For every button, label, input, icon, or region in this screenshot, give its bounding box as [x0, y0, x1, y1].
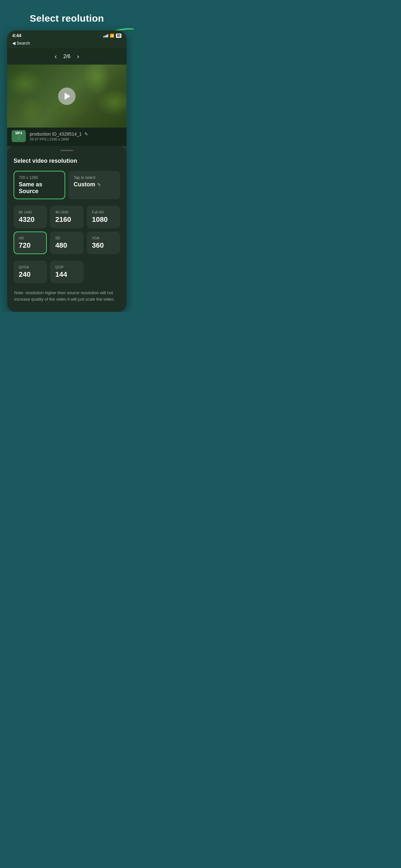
res-hd[interactable]: HD 720	[13, 231, 47, 254]
edit-icon[interactable]: ✎	[84, 131, 88, 136]
res-full-hd-label: Full HD	[92, 210, 115, 214]
video-thumbnail[interactable]	[7, 65, 127, 128]
res-qvga[interactable]: QVGA 240	[13, 260, 47, 283]
custom-value: Custom ✎	[73, 181, 115, 188]
res-vga-value: 360	[92, 241, 115, 250]
nav-left-arrow[interactable]: ‹	[52, 51, 59, 61]
bottom-two-row: QVGA 240 QCIF 144	[13, 260, 120, 283]
res-full-hd-value: 1080	[92, 215, 115, 224]
res-qcif-value: 144	[55, 270, 78, 279]
res-qcif[interactable]: QCIF 144	[50, 260, 83, 283]
res-full-hd[interactable]: Full HD 1080	[87, 206, 120, 228]
custom-pencil-icon: ✎	[97, 182, 101, 187]
back-button[interactable]: ◀ Search	[12, 41, 30, 45]
bottom-sheet: Select video resolution 720 x 1280 Same …	[7, 146, 127, 312]
status-time: 4:44	[12, 33, 21, 38]
video-header: ‹ 2/6 ›	[7, 48, 127, 65]
page-indicator: 2/6	[63, 54, 70, 59]
play-triangle-icon	[65, 93, 70, 100]
status-icons: 📶 80	[103, 34, 121, 38]
note-text: Note: resolution higher then source reso…	[13, 290, 120, 302]
res-vga-label: VGA	[92, 236, 115, 240]
resolution-grid: 8K UHD 4320 4K UHD 2160 Full HD 1080 HD …	[13, 206, 120, 254]
res-8k-value: 4320	[19, 215, 42, 224]
res-qcif-label: QCIF	[55, 265, 78, 269]
same-source-value: Same as Source	[19, 181, 60, 195]
res-vga[interactable]: VGA 360	[87, 231, 120, 254]
file-name: production ID_4328514_1 ✎	[30, 131, 88, 136]
file-info-bar: MP4 ↓ production ID_4328514_1 ✎ 29.97 FP…	[7, 128, 127, 146]
custom-label: Custom	[73, 181, 95, 188]
res-8k-label: 8K UHD	[19, 210, 42, 214]
resolution-top-row: 720 x 1280 Same as Source Tap to select …	[13, 171, 120, 199]
nav-bar: ◀ Search	[7, 39, 127, 48]
nav-right-arrow[interactable]: ›	[74, 51, 82, 61]
file-info: production ID_4328514_1 ✎ 29.97 FPS | 21…	[30, 131, 88, 141]
phone-container: 4:44 📶 80 ◀ Search ‹ 2/6 › MP4 ↓	[7, 30, 127, 312]
res-hd-label: HD	[19, 236, 42, 240]
custom-card[interactable]: Tap to select Custom ✎	[68, 171, 120, 199]
res-8k-uhd[interactable]: 8K UHD 4320	[13, 206, 47, 228]
sheet-handle	[60, 150, 73, 151]
page-title: Select reolution	[23, 0, 111, 30]
sheet-content: Select video resolution 720 x 1280 Same …	[7, 158, 127, 302]
res-qvga-label: QVGA	[19, 265, 42, 269]
res-qvga-value: 240	[19, 270, 42, 279]
same-source-label: 720 x 1280	[19, 175, 60, 180]
mp4-icon: ↓	[18, 135, 20, 141]
mp4-label: MP4	[16, 131, 22, 135]
res-sd[interactable]: SD 480	[50, 231, 83, 254]
same-as-source-card[interactable]: 720 x 1280 Same as Source	[13, 171, 65, 199]
battery-icon: 80	[116, 34, 121, 38]
res-4k-uhd[interactable]: 4K UHD 2160	[50, 206, 83, 228]
res-hd-value: 720	[19, 241, 42, 250]
status-bar: 4:44 📶 80	[7, 30, 127, 39]
res-sd-label: SD	[55, 236, 78, 240]
play-button[interactable]	[58, 88, 75, 105]
custom-tap-label: Tap to select	[73, 175, 115, 180]
sheet-title: Select video resolution	[13, 158, 120, 164]
signal-icon	[103, 34, 108, 37]
res-4k-label: 4K UHD	[55, 210, 78, 214]
res-sd-value: 480	[55, 241, 78, 250]
res-4k-value: 2160	[55, 215, 78, 224]
mp4-badge: MP4 ↓	[11, 130, 26, 142]
file-details: 29.97 FPS | 2160 x 2840	[30, 137, 88, 141]
wifi-icon: 📶	[110, 34, 114, 38]
